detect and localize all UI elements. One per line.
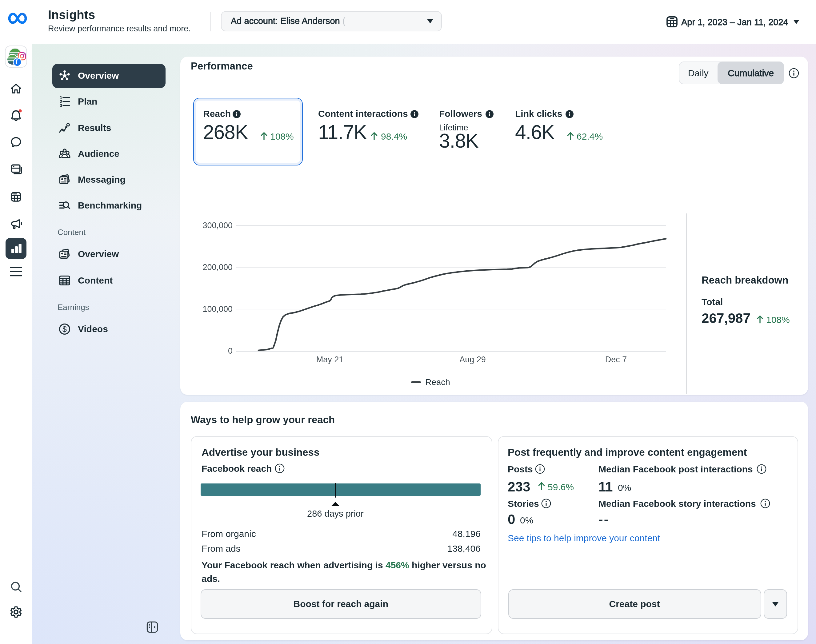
svg-text:$: $ — [62, 325, 66, 333]
svg-text:3: 3 — [59, 103, 62, 108]
